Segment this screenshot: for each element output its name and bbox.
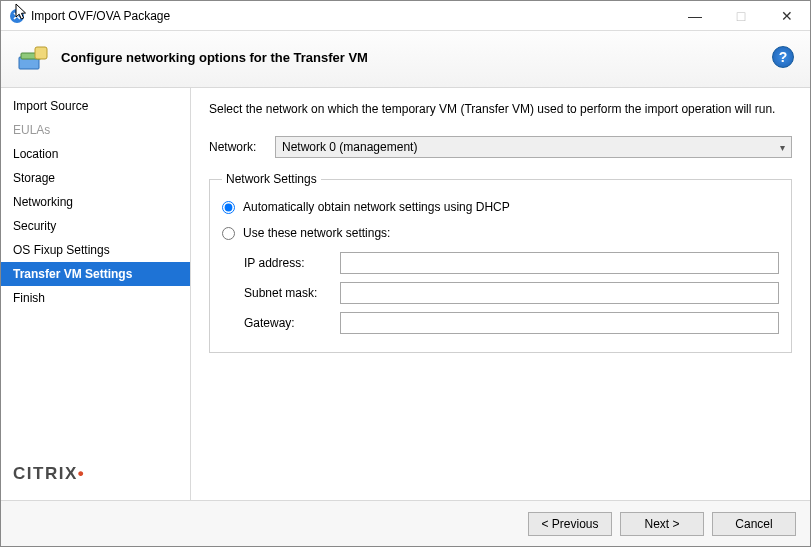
radio-dhcp[interactable] [222, 201, 235, 214]
gateway-input[interactable] [340, 312, 779, 334]
close-button[interactable]: ✕ [764, 1, 810, 31]
ip-row: IP address: [244, 248, 779, 278]
network-settings-legend: Network Settings [222, 172, 321, 186]
radio-row-dhcp: Automatically obtain network settings us… [222, 196, 779, 222]
maximize-button: □ [718, 1, 764, 31]
network-select-value: Network 0 (management) [282, 140, 417, 154]
network-select[interactable]: Network 0 (management) ▾ [275, 136, 792, 158]
brand-logo: CITRIX• [1, 454, 190, 500]
ip-input[interactable] [340, 252, 779, 274]
cancel-button[interactable]: Cancel [712, 512, 796, 536]
radio-static-label[interactable]: Use these network settings: [243, 226, 390, 240]
wizard-icon [17, 41, 49, 73]
sidebar-item-import-source[interactable]: Import Source [1, 94, 190, 118]
mask-input[interactable] [340, 282, 779, 304]
sidebar-item-finish[interactable]: Finish [1, 286, 190, 310]
gateway-label: Gateway: [244, 316, 330, 330]
network-label: Network: [209, 140, 265, 154]
next-button[interactable]: Next > [620, 512, 704, 536]
wizard-sidebar: Import Source EULAs Location Storage Net… [1, 88, 191, 500]
chevron-down-icon: ▾ [780, 142, 785, 153]
mask-label: Subnet mask: [244, 286, 330, 300]
network-row: Network: Network 0 (management) ▾ [209, 136, 792, 158]
window-title: Import OVF/OVA Package [31, 9, 170, 23]
radio-static[interactable] [222, 227, 235, 240]
wizard-title: Configure networking options for the Tra… [61, 50, 772, 65]
network-settings-fieldset: Network Settings Automatically obtain ne… [209, 172, 792, 353]
help-button[interactable]: ? [772, 46, 794, 68]
radio-dhcp-label[interactable]: Automatically obtain network settings us… [243, 200, 510, 214]
wizard-body: Import Source EULAs Location Storage Net… [1, 88, 810, 500]
ip-label: IP address: [244, 256, 330, 270]
sidebar-item-eulas: EULAs [1, 118, 190, 142]
app-icon [9, 8, 25, 24]
sidebar-item-networking[interactable]: Networking [1, 190, 190, 214]
wizard-content: Select the network on which the temporar… [191, 88, 810, 500]
minimize-button[interactable]: — [672, 1, 718, 31]
sidebar-item-location[interactable]: Location [1, 142, 190, 166]
svg-rect-3 [35, 47, 47, 59]
wizard-header: Configure networking options for the Tra… [1, 31, 810, 88]
radio-row-static: Use these network settings: [222, 222, 779, 248]
page-description: Select the network on which the temporar… [209, 102, 792, 116]
gateway-row: Gateway: [244, 308, 779, 338]
previous-button[interactable]: < Previous [528, 512, 612, 536]
sidebar-item-os-fixup[interactable]: OS Fixup Settings [1, 238, 190, 262]
sidebar-item-storage[interactable]: Storage [1, 166, 190, 190]
titlebar: Import OVF/OVA Package — □ ✕ [1, 1, 810, 31]
sidebar-item-security[interactable]: Security [1, 214, 190, 238]
mask-row: Subnet mask: [244, 278, 779, 308]
wizard-footer: < Previous Next > Cancel [1, 500, 810, 546]
sidebar-item-transfer-vm-settings[interactable]: Transfer VM Settings [1, 262, 190, 286]
